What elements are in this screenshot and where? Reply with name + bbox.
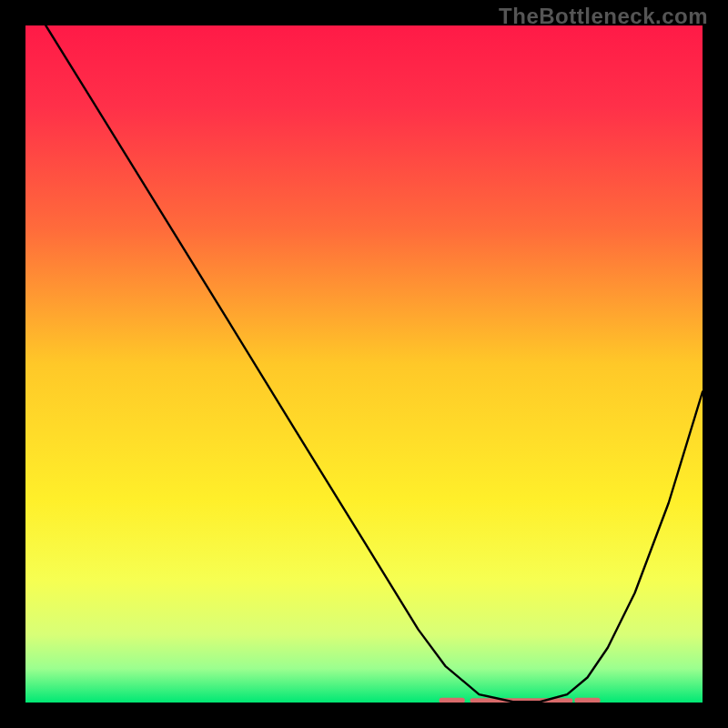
chart-plot-area xyxy=(25,25,703,703)
watermark-text: TheBottleneck.com xyxy=(499,4,708,29)
chart-background xyxy=(25,25,703,703)
chart-svg xyxy=(25,25,703,703)
